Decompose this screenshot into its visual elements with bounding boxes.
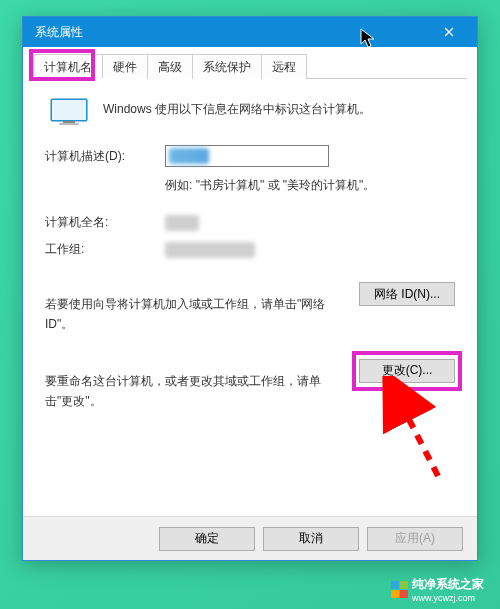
close-icon [444,27,454,37]
tab-computer-name[interactable]: 计算机名 [33,54,103,79]
dialog-button-bar: 确定 取消 应用(A) [23,516,477,560]
full-name-value-redacted [165,215,199,231]
window-title: 系统属性 [35,24,429,41]
change-button[interactable]: 更改(C)... [359,359,455,383]
titlebar: 系统属性 [23,17,477,47]
description-label: 计算机描述(D): [45,148,165,165]
svg-rect-3 [52,100,86,120]
intro-text: Windows 使用以下信息在网络中标识这台计算机。 [103,97,371,118]
network-id-button[interactable]: 网络 ID(N)... [359,282,455,306]
tab-strip: 计算机名 硬件 高级 系统保护 远程 [33,53,467,79]
tab-content: Windows 使用以下信息在网络中标识这台计算机。 计算机描述(D): 例如:… [23,79,477,519]
computer-icon [49,97,89,127]
cancel-button[interactable]: 取消 [263,527,359,551]
description-input[interactable] [165,145,329,167]
svg-rect-4 [63,121,75,123]
full-name-label: 计算机全名: [45,214,165,231]
watermark-url: www.ycwzj.com [412,593,484,603]
watermark-logo-icon [391,581,408,598]
workgroup-value-redacted [165,242,255,258]
watermark: 纯净系统之家 www.ycwzj.com [391,576,484,603]
rename-text: 要重命名这台计算机，或者更改其域或工作组，请单击"更改"。 [45,371,359,412]
ok-button[interactable]: 确定 [159,527,255,551]
watermark-text: 纯净系统之家 [412,576,484,593]
tab-remote[interactable]: 远程 [261,54,307,79]
tab-system-protection[interactable]: 系统保护 [192,54,262,79]
svg-rect-5 [59,123,79,125]
workgroup-label: 工作组: [45,241,165,258]
example-text: 例如: "书房计算机" 或 "美玲的计算机"。 [165,177,455,194]
tab-hardware[interactable]: 硬件 [102,54,148,79]
system-properties-dialog: 系统属性 计算机名 硬件 高级 系统保护 远程 Windows 使用以下信息在网… [22,16,478,561]
tab-advanced[interactable]: 高级 [147,54,193,79]
close-button[interactable] [429,21,469,43]
apply-button[interactable]: 应用(A) [367,527,463,551]
join-domain-text: 若要使用向导将计算机加入域或工作组，请单击"网络 ID"。 [45,294,359,335]
